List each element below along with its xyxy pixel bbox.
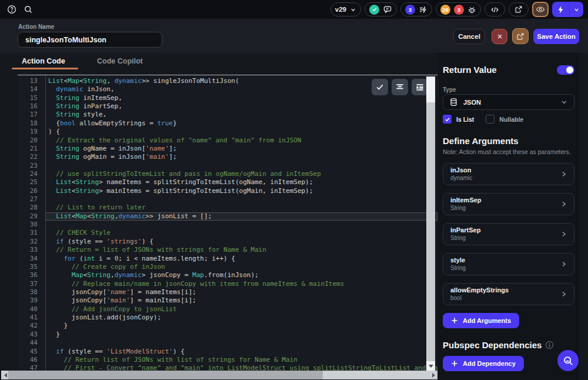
scroll-down-button[interactable] [426,361,435,371]
chevron-right-icon [560,200,568,208]
run-split-button[interactable] [552,2,583,17]
test-runs-icon[interactable] [419,5,427,14]
code-line-30[interactable]: 30 [18,221,437,229]
code-line-45[interactable]: 45 if (style == 'ListModelStruct') { [18,348,437,356]
version-label: v29 [335,6,346,13]
argument-type: bool [450,295,567,301]
add-arguments-button[interactable]: Add Arguments [443,313,519,328]
scroll-right-button[interactable] [429,371,437,379]
code-line-17[interactable]: 17 String style, [18,111,437,119]
bug-icon[interactable] [467,5,476,14]
editor-horizontal-scrollbar[interactable] [1,371,437,379]
code-line-19[interactable]: 19) { [18,128,437,136]
chat-icon[interactable] [383,5,392,14]
line-number: 23 [18,162,45,170]
chevron-right-icon [560,170,568,178]
editor-vertical-scrollbar[interactable] [426,76,435,371]
vertical-scroll-thumb[interactable] [426,76,435,102]
type-label: Type [443,86,574,93]
argument-name: inPartSep [450,226,567,234]
search-fab[interactable] [557,350,579,371]
code-line-24[interactable]: 24 // use splitStringToItemList and pass… [18,170,437,178]
action-name-input[interactable] [18,32,162,48]
code-line-16[interactable]: 16 String inPartSep, [18,102,437,111]
line-number: 43 [18,331,45,339]
argument-card-inJson[interactable]: inJsondynamic [443,163,574,185]
add-dependency-button[interactable]: Add Dependency [443,356,524,371]
editor-tabs: Action Code Code Copilot [0,53,438,69]
tab-code-copilot[interactable]: Code Copilot [97,53,143,69]
argument-card-allowEmptyStrings[interactable]: allowEmptyStringsbool [443,283,574,305]
horizontal-scroll-thumb[interactable] [8,371,323,379]
line-number: 24 [18,170,45,178]
code-line-38[interactable]: 38 jsonCopy['name'] = nameItems[i]; [18,288,437,296]
code-line-26[interactable]: 26 List<String> mainItems = splitStringT… [18,187,437,195]
code-line-18[interactable]: 18 {bool allowEmptyStrings = true} [18,119,437,128]
is-list-checkbox[interactable] [443,115,452,124]
code-line-47[interactable]: 47 // First - Convert "name" and "main" … [18,364,437,371]
code-editor[interactable]: 13List<Map<String, dynamic>> singleJsonT… [18,75,437,371]
close-button[interactable] [492,29,507,44]
status-chat-group[interactable] [365,2,397,16]
code-line-39[interactable]: 39 jsonCopy['main'] = mainItems[i]; [18,296,437,305]
code-line-31[interactable]: 31 // CHECK Style [18,229,437,237]
argument-card-inPartSep[interactable]: inPartSepString [443,223,574,245]
json-type-icon [449,98,458,106]
help-icon[interactable] [7,5,16,14]
code-line-33[interactable]: 33 // Return = list of JSONs with string… [18,246,437,254]
code-line-34[interactable]: 34 for (int i = 0; i < nameItems.length;… [18,255,437,263]
code-line-40[interactable]: 40 // Add jsonCopy to jsonList [18,305,437,314]
code-line-46[interactable]: 46 // Return list of JSONs with list of … [18,356,437,364]
code-line-35[interactable]: 35 // Create copy of inJson [18,263,437,271]
code-line-36[interactable]: 36 Map<String,dynamic> jsonCopy = Map.fr… [18,271,437,279]
run-button[interactable] [552,2,570,17]
line-number: 17 [18,111,45,119]
line-number: 30 [18,221,45,229]
code-line-37[interactable]: 37 // Replace main/name in jsonCopy with… [18,280,437,288]
indent-code-button[interactable] [412,79,428,95]
line-number: 35 [18,263,45,271]
validate-code-button[interactable] [372,79,388,95]
version-dropdown[interactable]: v29 [330,2,361,16]
popout-button[interactable] [512,28,529,44]
code-line-41[interactable]: 41 jsonList.add(jsonCopy); [18,314,437,322]
return-value-title: Return Value [443,65,497,75]
return-value-toggle[interactable] [557,65,574,75]
argument-card-inItemSep[interactable]: inItemSepString [443,193,574,215]
code-line-20[interactable]: 20 // Extract the original values of "na… [18,136,437,145]
chevron-down-icon [560,98,568,106]
info-icon[interactable] [546,341,553,349]
plus-icon [451,317,458,324]
code-line-21[interactable]: 21 String ogName = inJson['name']; [18,145,437,153]
argument-type: String [450,235,567,241]
cancel-button[interactable]: Cancel [453,29,485,44]
code-line-22[interactable]: 22 String ogMain = inJson['main']; [18,153,437,161]
argument-name: inItemSep [450,196,567,204]
preview-eye-button[interactable] [532,2,549,17]
code-line-28[interactable]: 28 // List to return later [18,204,437,212]
code-line-25[interactable]: 25 List<String> nameItems = splitStringT… [18,178,437,186]
nullable-checkbox[interactable] [486,115,495,124]
code-line-27[interactable]: 27 [18,195,437,204]
open-in-new-button[interactable] [509,2,529,16]
argument-card-style[interactable]: styleString [443,253,574,275]
check-icon [445,116,450,122]
save-action-button[interactable]: Save Action [533,29,579,44]
code-line-44[interactable]: 44 [18,339,437,347]
code-line-43[interactable]: 43 } [18,331,437,339]
is-list-label: Is List [456,116,474,123]
code-line-42[interactable]: 42 } [18,322,437,330]
tab-action-code[interactable]: Action Code [22,53,65,69]
code-line-32[interactable]: 32 if (style == 'strings') { [18,238,437,246]
custom-code-button[interactable] [485,2,505,16]
issues-group[interactable]: 29 3 [436,2,481,16]
return-type-value: JSON [463,99,555,106]
format-code-button[interactable] [392,79,408,95]
code-line-23[interactable]: 23 [18,162,437,170]
chevron-right-icon [560,260,568,268]
code-line-29[interactable]: 29 List<Map<String,dynamic>> jsonList = … [18,212,437,221]
search-icon[interactable] [24,5,33,14]
run-status-group[interactable]: 3 [400,2,432,16]
run-options-caret[interactable] [570,2,583,17]
return-type-dropdown[interactable]: JSON [443,94,574,110]
